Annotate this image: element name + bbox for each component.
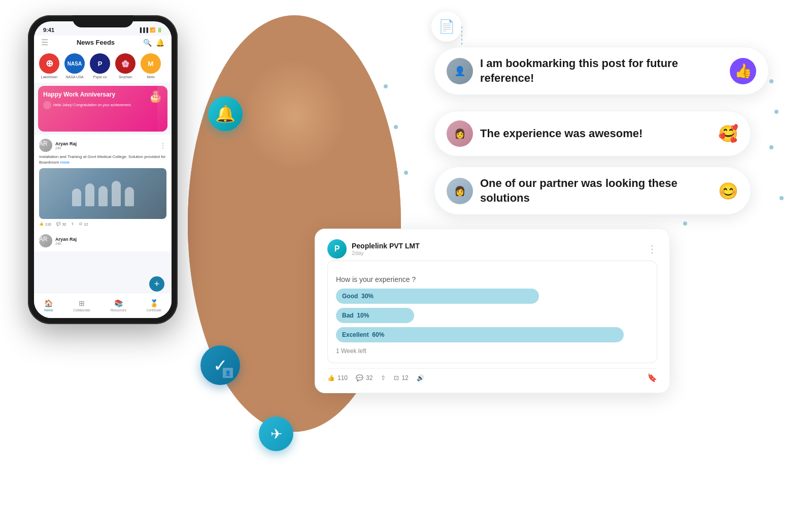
post-menu[interactable]: ⋮ — [159, 141, 166, 149]
survey-repost-count: 12 — [401, 374, 408, 382]
post-comment-action[interactable]: 💬 32 — [56, 222, 66, 226]
survey-menu[interactable]: ⋮ — [647, 243, 657, 255]
bubble2-avatar: 👩 — [447, 120, 473, 147]
post-time: 24h — [55, 146, 156, 150]
story-row: ⊕ Lakshman NASA NASA USA P Pspsi co 🌸 Sr… — [34, 49, 172, 83]
nav-icons: 🔍 🔔 — [143, 39, 164, 47]
survey-bar-bad: Bad 10% — [336, 308, 649, 323]
post-section: AR Aryan Raj 24h ⋮ Installation and Trai… — [34, 135, 172, 230]
survey-bar-bad-track: Bad 10% — [336, 308, 414, 323]
survey-bar-good-track: Good 30% — [336, 289, 539, 304]
meeting-photo — [39, 168, 166, 219]
banner-title: Happy Work Anniversary — [43, 91, 162, 99]
search-icon[interactable]: 🔍 — [143, 39, 152, 47]
story-label: Sruchan — [119, 75, 132, 79]
bottom-nav-home[interactable]: 🏠 Home — [44, 299, 53, 312]
repost-icon: ⊡ — [79, 222, 82, 226]
comment-icon: 💬 — [56, 222, 61, 226]
story-label: Moto — [147, 75, 155, 79]
chat-bubble-3: 👩 One of our partner was looking these s… — [434, 167, 751, 215]
phone-screen: 9:41 ▐▐▐ 📶 🔋 ☰ News Feeds 🔍 🔔 ⊕ — [34, 21, 172, 318]
notification-icon[interactable]: 🔔 — [156, 39, 164, 47]
telegram-floating-icon: ✈ — [259, 417, 293, 451]
repost-count: 12 — [84, 223, 88, 226]
svg-point-4 — [769, 79, 773, 83]
survey-like-action[interactable]: 👍 110 — [327, 374, 348, 382]
story-item[interactable]: ⊕ Lakshman — [39, 53, 59, 79]
post-more-link[interactable]: more — [60, 160, 70, 165]
bubble1-emoji-circle: 👍 — [730, 58, 756, 84]
survey-share-action[interactable]: ⇧ — [381, 374, 386, 382]
bubble1-avatar: 👤 — [447, 58, 473, 84]
survey-company-avatar: P — [327, 239, 347, 259]
story-label: Pspsi co — [93, 75, 107, 79]
telegram-icon: ✈ — [270, 426, 282, 442]
phone-nav-bar: ☰ News Feeds 🔍 🔔 — [34, 36, 172, 49]
survey-repost-action[interactable]: ⊡ 12 — [394, 374, 408, 382]
bubble1-emoji: 👍 — [734, 62, 752, 79]
svg-point-7 — [780, 196, 784, 200]
story-item[interactable]: P Pspsi co — [90, 53, 110, 79]
svg-point-3 — [404, 171, 408, 175]
banner-sub-text: Hello Jokey! Congratulation on your achi… — [53, 103, 131, 107]
story-item[interactable]: NASA NASA USA — [64, 53, 85, 79]
post-text: Installation and Training at Govt Medica… — [39, 154, 166, 165]
post2-user-info: Aryan Raj 24h — [55, 237, 166, 245]
svg-point-5 — [774, 110, 779, 114]
figure — [85, 183, 94, 206]
survey-like-icon: 👍 — [327, 374, 335, 382]
resources-icon: 📚 — [114, 299, 123, 307]
post-image — [39, 168, 166, 219]
story-avatar: ⊕ — [39, 53, 59, 74]
survey-card: P Peoplelink PVT LMT 2day ⋮ How is your … — [315, 229, 670, 393]
survey-comment-action[interactable]: 💬 32 — [356, 374, 373, 382]
survey-audio-action[interactable]: 🔊 — [417, 374, 424, 382]
survey-footer-actions: 👍 110 💬 32 ⇧ ⊡ 12 🔊 — [327, 374, 424, 382]
post-repost-action[interactable]: ⊡ 12 — [79, 222, 88, 226]
like-count: 110 — [45, 223, 51, 226]
survey-audio-icon: 🔊 — [417, 374, 424, 382]
certificate-label: Certificate — [147, 308, 161, 312]
post-like-action[interactable]: 👍 110 — [39, 222, 51, 226]
signal-icon: ▐▐▐ — [139, 27, 148, 33]
survey-bookmark-icon[interactable]: 🔖 — [647, 373, 657, 383]
home-label: Home — [44, 308, 53, 312]
story-avatar: 🌸 — [115, 53, 136, 74]
bottom-nav: 🏠 Home ⊞ Collaborate 📚 Resources 🏅 Certi… — [34, 293, 172, 318]
svg-point-8 — [683, 221, 687, 226]
survey-bar-bad-label: Bad 10% — [342, 312, 369, 319]
banner-sub: Hello Jokey! Congratulation on your achi… — [43, 101, 162, 109]
story-item[interactable]: M Moto — [141, 53, 161, 79]
back-icon: ☰ — [41, 38, 48, 47]
bottom-nav-certificate[interactable]: 🏅 Certificate — [147, 299, 161, 312]
survey-comment-icon: 💬 — [356, 374, 363, 382]
like-icon: 👍 — [39, 222, 44, 226]
phone-mockup: 9:41 ▐▐▐ 📶 🔋 ☰ News Feeds 🔍 🔔 ⊕ — [28, 15, 178, 325]
story-item[interactable]: 🌸 Sruchan — [115, 53, 136, 79]
phone-notch — [73, 15, 133, 27]
story-avatar: NASA — [64, 53, 85, 74]
bubble3-emoji: 😊 — [718, 181, 738, 201]
figure — [72, 188, 81, 206]
fab-button[interactable]: + — [149, 276, 164, 292]
comment-count: 32 — [62, 223, 66, 226]
bottom-nav-resources[interactable]: 📚 Resources — [111, 299, 126, 312]
bottom-nav-collaborate[interactable]: ⊞ Collaborate — [73, 299, 90, 312]
bell-icon: 🔔 — [215, 104, 235, 123]
check-floating-icon: ✓ 👤 — [200, 345, 240, 385]
bubble1-text: I am bookmarking this post for future re… — [480, 56, 723, 85]
survey-bar-excellent: Excellent 60% — [336, 327, 649, 342]
post-share-action[interactable]: ⇧ — [71, 222, 74, 226]
survey-bar-excellent-label: Excellent 60% — [342, 331, 384, 338]
meeting-figures — [72, 181, 134, 206]
post-user-info: Aryan Raj 24h — [55, 141, 156, 150]
post2-avatar: AR — [39, 234, 52, 247]
post2-time: 24h — [55, 242, 166, 245]
survey-share-icon: ⇧ — [381, 374, 386, 382]
survey-week-left: 1 Week left — [336, 347, 649, 355]
bubble3-avatar: 👩 — [447, 178, 473, 204]
banner-card: Happy Work Anniversary Hello Jokey! Cong… — [38, 86, 167, 132]
survey-repost-icon: ⊡ — [394, 374, 399, 382]
survey-bar-good-label: Good 30% — [342, 293, 374, 300]
collaborate-icon: ⊞ — [79, 299, 85, 307]
